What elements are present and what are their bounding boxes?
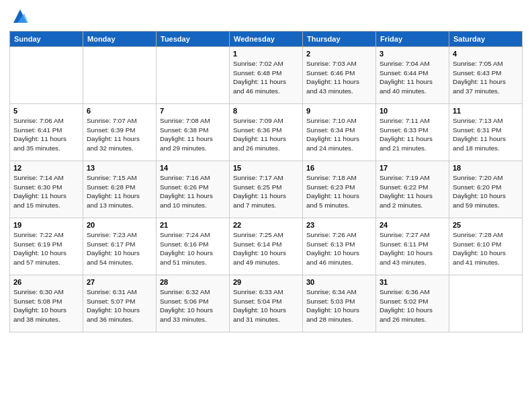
day-info: Sunrise: 7:11 AM Sunset: 6:33 PM Dayligh…: [380, 116, 445, 153]
day-cell: 2Sunrise: 7:03 AM Sunset: 6:46 PM Daylig…: [303, 47, 376, 104]
week-row-3: 12Sunrise: 7:14 AM Sunset: 6:30 PM Dayli…: [10, 161, 523, 218]
day-cell: 29Sunrise: 6:33 AM Sunset: 5:04 PM Dayli…: [230, 275, 303, 332]
header: [9, 7, 523, 26]
day-info: Sunrise: 7:24 AM Sunset: 6:16 PM Dayligh…: [160, 230, 226, 267]
day-number: 7: [160, 107, 226, 115]
day-info: Sunrise: 7:16 AM Sunset: 6:26 PM Dayligh…: [160, 173, 226, 210]
day-number: 29: [233, 278, 299, 286]
day-number: 17: [380, 164, 445, 172]
day-cell: [449, 275, 523, 332]
day-number: 1: [233, 50, 299, 58]
day-cell: 1Sunrise: 7:02 AM Sunset: 6:48 PM Daylig…: [230, 47, 303, 104]
day-info: Sunrise: 6:33 AM Sunset: 5:04 PM Dayligh…: [233, 287, 299, 324]
week-row-4: 19Sunrise: 7:22 AM Sunset: 6:19 PM Dayli…: [10, 218, 523, 275]
day-info: Sunrise: 7:25 AM Sunset: 6:14 PM Dayligh…: [233, 230, 299, 267]
day-info: Sunrise: 6:34 AM Sunset: 5:03 PM Dayligh…: [306, 287, 372, 324]
day-info: Sunrise: 7:06 AM Sunset: 6:41 PM Dayligh…: [13, 116, 79, 153]
day-number: 26: [13, 278, 79, 286]
day-number: 20: [87, 221, 152, 229]
day-cell: 6Sunrise: 7:07 AM Sunset: 6:39 PM Daylig…: [83, 104, 157, 161]
day-info: Sunrise: 7:15 AM Sunset: 6:28 PM Dayligh…: [87, 173, 152, 210]
day-number: 16: [306, 164, 372, 172]
day-info: Sunrise: 7:27 AM Sunset: 6:11 PM Dayligh…: [380, 230, 445, 267]
day-info: Sunrise: 7:05 AM Sunset: 6:43 PM Dayligh…: [453, 59, 519, 96]
day-cell: 15Sunrise: 7:17 AM Sunset: 6:25 PM Dayli…: [230, 161, 303, 218]
day-info: Sunrise: 7:22 AM Sunset: 6:19 PM Dayligh…: [13, 230, 79, 267]
day-cell: 26Sunrise: 6:30 AM Sunset: 5:08 PM Dayli…: [10, 275, 83, 332]
day-number: 30: [306, 278, 372, 286]
day-info: Sunrise: 7:28 AM Sunset: 6:10 PM Dayligh…: [453, 230, 519, 267]
day-cell: [83, 47, 157, 104]
day-info: Sunrise: 7:07 AM Sunset: 6:39 PM Dayligh…: [87, 116, 152, 153]
day-cell: 23Sunrise: 7:26 AM Sunset: 6:13 PM Dayli…: [303, 218, 376, 275]
day-cell: 17Sunrise: 7:19 AM Sunset: 6:22 PM Dayli…: [376, 161, 449, 218]
day-cell: 18Sunrise: 7:20 AM Sunset: 6:20 PM Dayli…: [449, 161, 523, 218]
day-cell: 19Sunrise: 7:22 AM Sunset: 6:19 PM Dayli…: [10, 218, 83, 275]
day-cell: 22Sunrise: 7:25 AM Sunset: 6:14 PM Dayli…: [230, 218, 303, 275]
day-info: Sunrise: 7:04 AM Sunset: 6:44 PM Dayligh…: [380, 59, 445, 96]
day-info: Sunrise: 7:10 AM Sunset: 6:34 PM Dayligh…: [306, 116, 372, 153]
day-number: 27: [87, 278, 152, 286]
day-cell: 10Sunrise: 7:11 AM Sunset: 6:33 PM Dayli…: [376, 104, 449, 161]
day-number: 12: [13, 164, 79, 172]
day-cell: 14Sunrise: 7:16 AM Sunset: 6:26 PM Dayli…: [157, 161, 230, 218]
day-number: 15: [233, 164, 299, 172]
calendar-table: SundayMondayTuesdayWednesdayThursdayFrid…: [9, 31, 523, 332]
day-info: Sunrise: 7:03 AM Sunset: 6:46 PM Dayligh…: [306, 59, 372, 96]
day-number: 25: [453, 221, 519, 229]
day-number: 4: [453, 50, 519, 58]
day-info: Sunrise: 7:09 AM Sunset: 6:36 PM Dayligh…: [233, 116, 299, 153]
day-cell: 5Sunrise: 7:06 AM Sunset: 6:41 PM Daylig…: [10, 104, 83, 161]
logo: [9, 7, 30, 26]
day-number: 3: [380, 50, 445, 58]
day-number: 13: [87, 164, 152, 172]
week-row-1: 1Sunrise: 7:02 AM Sunset: 6:48 PM Daylig…: [10, 47, 523, 104]
header-day-tuesday: Tuesday: [157, 32, 230, 47]
day-info: Sunrise: 6:36 AM Sunset: 5:02 PM Dayligh…: [380, 287, 445, 324]
day-number: 23: [306, 221, 372, 229]
day-number: 24: [380, 221, 445, 229]
day-info: Sunrise: 7:14 AM Sunset: 6:30 PM Dayligh…: [13, 173, 79, 210]
day-cell: 31Sunrise: 6:36 AM Sunset: 5:02 PM Dayli…: [376, 275, 449, 332]
day-number: 9: [306, 107, 372, 115]
day-info: Sunrise: 7:20 AM Sunset: 6:20 PM Dayligh…: [453, 173, 519, 210]
day-cell: 3Sunrise: 7:04 AM Sunset: 6:44 PM Daylig…: [376, 47, 449, 104]
day-cell: 4Sunrise: 7:05 AM Sunset: 6:43 PM Daylig…: [449, 47, 523, 104]
day-info: Sunrise: 7:19 AM Sunset: 6:22 PM Dayligh…: [380, 173, 445, 210]
day-number: 19: [13, 221, 79, 229]
day-cell: 28Sunrise: 6:32 AM Sunset: 5:06 PM Dayli…: [157, 275, 230, 332]
day-cell: 20Sunrise: 7:23 AM Sunset: 6:17 PM Dayli…: [83, 218, 157, 275]
day-cell: 21Sunrise: 7:24 AM Sunset: 6:16 PM Dayli…: [157, 218, 230, 275]
day-cell: 25Sunrise: 7:28 AM Sunset: 6:10 PM Dayli…: [449, 218, 523, 275]
day-cell: 24Sunrise: 7:27 AM Sunset: 6:11 PM Dayli…: [376, 218, 449, 275]
day-cell: 13Sunrise: 7:15 AM Sunset: 6:28 PM Dayli…: [83, 161, 157, 218]
header-day-sunday: Sunday: [10, 32, 83, 47]
day-number: 8: [233, 107, 299, 115]
day-cell: 27Sunrise: 6:31 AM Sunset: 5:07 PM Dayli…: [83, 275, 157, 332]
day-info: Sunrise: 7:08 AM Sunset: 6:38 PM Dayligh…: [160, 116, 226, 153]
day-cell: 9Sunrise: 7:10 AM Sunset: 6:34 PM Daylig…: [303, 104, 376, 161]
day-info: Sunrise: 7:26 AM Sunset: 6:13 PM Dayligh…: [306, 230, 372, 267]
day-cell: 12Sunrise: 7:14 AM Sunset: 6:30 PM Dayli…: [10, 161, 83, 218]
day-cell: 8Sunrise: 7:09 AM Sunset: 6:36 PM Daylig…: [230, 104, 303, 161]
day-number: 11: [453, 107, 519, 115]
day-info: Sunrise: 7:18 AM Sunset: 6:23 PM Dayligh…: [306, 173, 372, 210]
day-number: 22: [233, 221, 299, 229]
day-cell: [10, 47, 83, 104]
header-day-thursday: Thursday: [303, 32, 376, 47]
day-number: 6: [87, 107, 152, 115]
header-row: SundayMondayTuesdayWednesdayThursdayFrid…: [10, 32, 523, 47]
day-number: 5: [13, 107, 79, 115]
header-day-monday: Monday: [83, 32, 157, 47]
day-info: Sunrise: 7:23 AM Sunset: 6:17 PM Dayligh…: [87, 230, 152, 267]
logo-icon: [11, 7, 30, 26]
day-info: Sunrise: 7:17 AM Sunset: 6:25 PM Dayligh…: [233, 173, 299, 210]
page: SundayMondayTuesdayWednesdayThursdayFrid…: [0, 0, 532, 411]
day-cell: 16Sunrise: 7:18 AM Sunset: 6:23 PM Dayli…: [303, 161, 376, 218]
header-day-friday: Friday: [376, 32, 449, 47]
day-number: 10: [380, 107, 445, 115]
day-number: 2: [306, 50, 372, 58]
week-row-2: 5Sunrise: 7:06 AM Sunset: 6:41 PM Daylig…: [10, 104, 523, 161]
day-info: Sunrise: 6:32 AM Sunset: 5:06 PM Dayligh…: [160, 287, 226, 324]
day-number: 31: [380, 278, 445, 286]
